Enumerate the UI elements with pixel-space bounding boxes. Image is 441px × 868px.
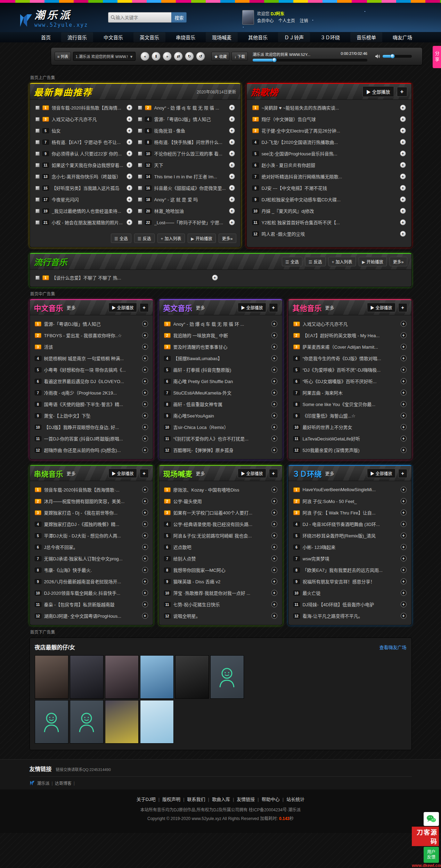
song-title[interactable]: 萨莱麦西来甫（Cover Adiljan Mamit... — [303, 343, 398, 350]
add-song-icon[interactable]: + — [142, 578, 148, 584]
add-song-icon[interactable]: + — [271, 533, 277, 538]
song-title[interactable]: 树是梧桐树 城是南京 一句爱梧桐 种满... — [44, 355, 139, 362]
song-title[interactable]: 秦枭 -【包房专用】私货新版越南鼓 — [44, 601, 139, 608]
song-title[interactable]: 迟点散吧 — [173, 544, 269, 550]
song-title[interactable]: see沈-全国语ProgHouse音乐抖音热... — [262, 150, 397, 157]
add-song-icon[interactable]: + — [400, 162, 406, 168]
search-button[interactable]: 搜索 — [171, 12, 187, 23]
select-all-button[interactable]: ☰全选 — [111, 234, 131, 243]
add-song-icon[interactable]: + — [142, 533, 148, 538]
song-title[interactable]: 活该 — [44, 343, 139, 350]
volume-knob[interactable] — [390, 54, 395, 58]
add-song-icon[interactable]: + — [142, 590, 148, 596]
add-song-icon[interactable]: + — [401, 344, 407, 350]
song-title[interactable]: 【摇摆BawalLumabas】 — [173, 355, 269, 362]
add-song-icon[interactable]: + — [401, 567, 407, 573]
add-song-icon[interactable]: + — [142, 510, 148, 516]
song-title[interactable]: Y2松松 独家首首好听合集百听不厌【... — [262, 219, 397, 226]
add-song-icon[interactable]: + — [400, 128, 406, 133]
add-song-icon[interactable]: + — [401, 510, 407, 516]
start-play-button[interactable]: ▶开始播放 — [359, 257, 387, 266]
song-title[interactable]: This time I m in the 打王者 Im... — [154, 173, 226, 180]
song-title[interactable]: ~吴鹤辞 ♥ ~能轻易失去的东西确实谈... — [262, 104, 397, 111]
add-song-icon[interactable]: + — [229, 208, 235, 214]
play-all-button[interactable]: ▶ 全部播放 — [362, 86, 394, 97]
play-all-button[interactable]: ▶ 全部播放 — [367, 303, 395, 312]
song-title[interactable]: 最火亡徒 — [303, 590, 398, 596]
song-title[interactable]: 小权 - 她会在朋友圈发精致的照片... — [52, 219, 124, 226]
song-title[interactable]: 要及时清醒的也要事事甘心 — [173, 343, 269, 350]
nav-item-9[interactable]: 音乐榜单 — [350, 32, 382, 42]
song-title[interactable]: 湖南DJ阿建- 全中文国粤语ProgHous... — [44, 613, 139, 619]
add-song-icon[interactable]: + — [229, 105, 235, 111]
song-title[interactable]: 南心唯 Pretty Girl Shuffle Dan — [173, 378, 269, 384]
add-song-icon[interactable]: + — [142, 447, 148, 453]
add-song-icon[interactable]: + — [142, 413, 148, 419]
footer-link-1[interactable]: 版权声明 — [162, 797, 180, 802]
row-checkbox[interactable] — [138, 186, 142, 190]
song-title[interactable]: 说唱全明星。 — [173, 613, 269, 619]
song-title[interactable]: 林澈_哈哈加油 — [154, 208, 226, 214]
pause-button[interactable]: Ⅱ — [152, 52, 161, 61]
add-all-button[interactable]: + — [398, 303, 407, 312]
play-all-button[interactable]: ▶ 全部播放 — [238, 469, 266, 478]
row-checkbox[interactable] — [35, 276, 40, 280]
song-title[interactable]: DJ-飞龙/【2020全国语流行热播歌曲... — [262, 139, 397, 145]
avatar-default[interactable] — [35, 700, 68, 744]
song-title[interactable]: 我追随的 一味放弃我_ 中断 — [173, 332, 269, 339]
add-song-icon[interactable]: + — [401, 378, 407, 384]
song-title[interactable]: 我想带你回我家—MC阿心 — [173, 567, 269, 573]
add-song-icon[interactable]: + — [126, 128, 132, 133]
song-title[interactable]: 【EA7】超好听的英文歌哦 - My Hea... — [303, 332, 398, 339]
song-title[interactable]: Some one like You《宝贝宝贝你最... — [303, 401, 398, 407]
friend-link[interactable]: 达哥博客 — [55, 780, 72, 786]
song-title[interactable]: DJ - 电音3D环绕节奏酒吧舞曲 (3D环... — [303, 521, 398, 527]
add-song-icon[interactable]: + — [271, 332, 277, 338]
photo-girl-headband[interactable] — [35, 655, 68, 699]
add-song-icon[interactable]: + — [271, 344, 277, 350]
song-title[interactable]: 小彬- 123嗨起来 — [303, 544, 398, 550]
row-checkbox[interactable] — [35, 106, 40, 110]
song-title[interactable]: 雲源-「粤语DJ版」情人知己 — [44, 321, 139, 327]
song-title[interactable]: 入戏又动心不凡亦不凡 — [52, 116, 124, 122]
add-song-icon[interactable]: + — [126, 196, 132, 202]
add-all-button[interactable]: + — [269, 469, 278, 478]
add-song-icon[interactable]: + — [142, 424, 148, 430]
song-title[interactable]: Anoy° - 这 就 是 爱 吗 — [154, 196, 226, 203]
add-all-button[interactable]: + — [140, 469, 149, 478]
song-title[interactable]: 如果这个夏天我在你身边我想穿着... — [52, 162, 124, 168]
add-song-icon[interactable]: + — [400, 185, 406, 191]
row-checkbox[interactable] — [35, 152, 40, 156]
progress-knob[interactable] — [272, 58, 277, 62]
song-title[interactable]: LaTevaDecisióliGetaLife好听 — [303, 435, 398, 442]
add-song-icon[interactable]: + — [142, 613, 148, 619]
song-title[interactable]: 小粤粤《好想和你在一块 带你去搞鸡《... — [44, 366, 139, 373]
add-song-icon[interactable]: + — [229, 139, 235, 145]
nav-item-8[interactable]: ３Ｄ环绕 — [314, 32, 346, 42]
playlist-button[interactable]: ≡ 列表 — [55, 52, 71, 61]
add-song-icon[interactable]: + — [401, 555, 407, 561]
add-to-list-button[interactable]: +加入列表 — [328, 257, 356, 266]
avatar-default[interactable] — [210, 655, 244, 699]
add-song-icon[interactable]: + — [229, 162, 235, 168]
search-input[interactable] — [115, 15, 168, 20]
play-all-button[interactable]: ▶ 全部播放 — [108, 469, 137, 478]
add-song-icon[interactable]: + — [126, 116, 132, 122]
nav-item-6[interactable]: 其他音乐 — [242, 32, 274, 42]
add-song-icon[interactable]: + — [142, 487, 148, 493]
add-song-icon[interactable]: + — [126, 185, 132, 191]
song-title[interactable]: 【DJ版】我睁开双眼想你在身边, 好... — [44, 424, 139, 430]
start-play-button[interactable]: ▶开始播放 — [188, 234, 216, 243]
volume-slider[interactable] — [383, 55, 412, 58]
footer-link-2[interactable]: 联系我们 — [187, 797, 205, 802]
nav-item-1[interactable]: 流行音乐 — [61, 32, 93, 42]
add-to-list-button[interactable]: +加入列表 — [157, 234, 185, 243]
song-title[interactable]: 领音车载-2020抖音热歌【西海情... — [52, 104, 124, 111]
song-title[interactable]: 不论你经历了什么毁三观的事 看... — [154, 150, 226, 157]
song-title[interactable]: 环绕25秒耳朵轰炸吧(Remix版)_清风 — [303, 532, 398, 539]
song-title[interactable]: 一首DJ-你的答案 (抖音DJ咚鼓版|原唱... — [44, 435, 139, 442]
add-song-icon[interactable]: + — [401, 367, 407, 373]
song-title[interactable]: 廖效浓、Kozay - 中国有嘻哈Diss — [173, 486, 269, 493]
song-title[interactable]: DJ琦妹-【4D环绕】低音轰炸小电驴 — [303, 601, 398, 608]
view-plaza-link[interactable]: 查看嗨友广场 — [379, 644, 406, 650]
